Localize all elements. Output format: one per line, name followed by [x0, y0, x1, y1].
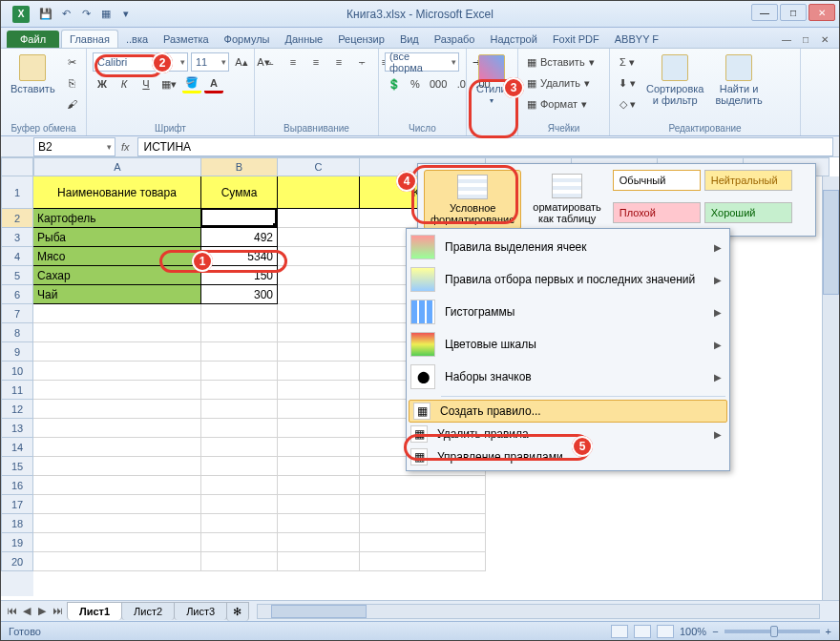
- sheet-tab-2[interactable]: Лист2: [121, 602, 175, 620]
- row-header-13[interactable]: 13: [1, 419, 33, 438]
- format-painter-icon[interactable]: 🖌: [63, 94, 82, 114]
- cell-B13[interactable]: [201, 419, 278, 438]
- cell-A20[interactable]: [33, 552, 201, 571]
- cell-A1[interactable]: Наименование товара: [33, 176, 201, 209]
- cell-C1[interactable]: [278, 176, 360, 209]
- cell-C8[interactable]: [278, 323, 360, 342]
- cell-A2[interactable]: Картофель: [33, 209, 201, 228]
- zoom-out-icon[interactable]: −: [712, 626, 718, 637]
- cut-icon[interactable]: ✂: [63, 52, 82, 72]
- border-icon[interactable]: ▦▾: [158, 74, 179, 93]
- sort-filter-button[interactable]: Сортировка и фильтр: [642, 52, 707, 108]
- col-header-B[interactable]: B: [201, 157, 278, 176]
- zoom-in-icon[interactable]: +: [826, 626, 831, 637]
- doc-close-button[interactable]: ✕: [816, 32, 833, 46]
- menu-top-bottom-rules[interactable]: Правила отбора первых и последних значен…: [407, 263, 729, 296]
- row-header-3[interactable]: 3: [1, 228, 33, 247]
- vertical-scrollbar[interactable]: [822, 176, 839, 600]
- cell-C12[interactable]: [278, 400, 360, 419]
- delete-cells-button[interactable]: ▦ Удалить ▾: [524, 73, 593, 93]
- cell-C9[interactable]: [278, 342, 360, 362]
- row-header-5[interactable]: 5: [1, 266, 33, 285]
- cell-B9[interactable]: [201, 342, 278, 362]
- row-header-20[interactable]: 20: [1, 552, 33, 571]
- cell-B17[interactable]: [201, 495, 278, 514]
- cell-C14[interactable]: [278, 438, 360, 457]
- format-as-table-button[interactable]: орматировать как таблицу: [527, 170, 606, 230]
- align-left-icon[interactable]: ≡: [284, 52, 303, 72]
- cell-A7[interactable]: [33, 304, 201, 323]
- format-cells-button[interactable]: ▦ Формат ▾: [524, 94, 590, 114]
- qat-undo-icon[interactable]: ↶: [57, 6, 74, 23]
- font-color-icon[interactable]: A: [204, 74, 223, 93]
- menu-data-bars[interactable]: Гистограммы ▶: [407, 296, 729, 328]
- cell-A10[interactable]: [33, 362, 201, 381]
- sheet-nav-last-icon[interactable]: ⏭: [51, 605, 64, 617]
- tab-home[interactable]: Главная: [61, 30, 118, 48]
- row-header-1[interactable]: 1: [1, 176, 33, 209]
- cell-D19[interactable]: [360, 533, 486, 552]
- name-box[interactable]: B2: [33, 137, 116, 156]
- cell-C11[interactable]: [278, 381, 360, 400]
- row-header-17[interactable]: 17: [1, 495, 33, 514]
- scrollbar-thumb[interactable]: [271, 605, 367, 618]
- row-header-19[interactable]: 19: [1, 533, 33, 552]
- cell-A14[interactable]: [33, 438, 201, 457]
- style-normal[interactable]: Обычный: [613, 170, 701, 191]
- menu-new-rule[interactable]: ▦ Создать правило...: [409, 400, 727, 423]
- paste-button[interactable]: Вставить: [7, 52, 59, 96]
- fill-icon[interactable]: ⬇ ▾: [616, 73, 639, 93]
- cell-C13[interactable]: [278, 419, 360, 438]
- cell-A13[interactable]: [33, 419, 201, 438]
- font-size-combo[interactable]: 11: [191, 52, 229, 72]
- cell-A17[interactable]: [33, 495, 201, 514]
- tab-layout[interactable]: Разметка: [156, 31, 217, 48]
- sheet-nav-first-icon[interactable]: ⏮: [5, 605, 18, 617]
- tab-review[interactable]: Рецензир: [330, 31, 392, 48]
- view-pagebreak-icon[interactable]: [657, 625, 674, 638]
- row-header-18[interactable]: 18: [1, 514, 33, 533]
- maximize-button[interactable]: □: [780, 4, 807, 21]
- cell-B7[interactable]: [201, 304, 278, 323]
- menu-color-scales[interactable]: Цветовые шкалы ▶: [407, 328, 729, 361]
- sheet-nav-next-icon[interactable]: ▶: [35, 605, 49, 617]
- cell-A12[interactable]: [33, 400, 201, 419]
- cell-B20[interactable]: [201, 552, 278, 571]
- cell-B10[interactable]: [201, 362, 278, 381]
- cell-A5[interactable]: Сахар: [33, 266, 201, 285]
- tab-addins[interactable]: Надстрой: [482, 31, 544, 48]
- cell-A16[interactable]: [33, 476, 201, 495]
- cell-C15[interactable]: [278, 457, 360, 476]
- italic-icon[interactable]: К: [115, 74, 134, 93]
- zoom-thumb[interactable]: [770, 626, 778, 637]
- cell-C17[interactable]: [278, 495, 360, 514]
- view-layout-icon[interactable]: [634, 625, 651, 638]
- align-bottom-icon[interactable]: ⫟: [352, 52, 371, 72]
- cell-A4[interactable]: Мясо: [33, 247, 201, 266]
- col-header-C[interactable]: C: [278, 157, 360, 176]
- formula-input[interactable]: ИСТИНА: [137, 137, 833, 156]
- menu-icon-sets[interactable]: ⬤ Наборы значков ▶: [407, 361, 729, 393]
- cell-B4[interactable]: 5340: [201, 247, 278, 266]
- row-header-9[interactable]: 9: [1, 342, 33, 362]
- tab-developer[interactable]: Разрабо: [427, 31, 483, 48]
- menu-clear-rules[interactable]: ▦ Удалить правила ▶: [407, 423, 729, 445]
- tab-insert[interactable]: ..вка: [118, 31, 156, 48]
- cell-C3[interactable]: [278, 228, 360, 247]
- cell-C7[interactable]: [278, 304, 360, 323]
- zoom-slider[interactable]: [724, 630, 820, 633]
- cell-B2[interactable]: [201, 209, 278, 228]
- row-header-11[interactable]: 11: [1, 381, 33, 400]
- cell-D16[interactable]: [360, 476, 486, 495]
- row-header-15[interactable]: 15: [1, 457, 33, 476]
- row-header-6[interactable]: 6: [1, 285, 33, 304]
- row-header-16[interactable]: 16: [1, 476, 33, 495]
- cell-A8[interactable]: [33, 323, 201, 342]
- row-header-4[interactable]: 4: [1, 247, 33, 266]
- percent-icon[interactable]: %: [406, 74, 425, 93]
- cell-C19[interactable]: [278, 533, 360, 552]
- tab-view[interactable]: Вид: [392, 31, 427, 48]
- fill-color-icon[interactable]: 🪣: [182, 74, 201, 93]
- cell-C4[interactable]: [278, 247, 360, 266]
- align-middle-icon[interactable]: ≡: [306, 52, 326, 72]
